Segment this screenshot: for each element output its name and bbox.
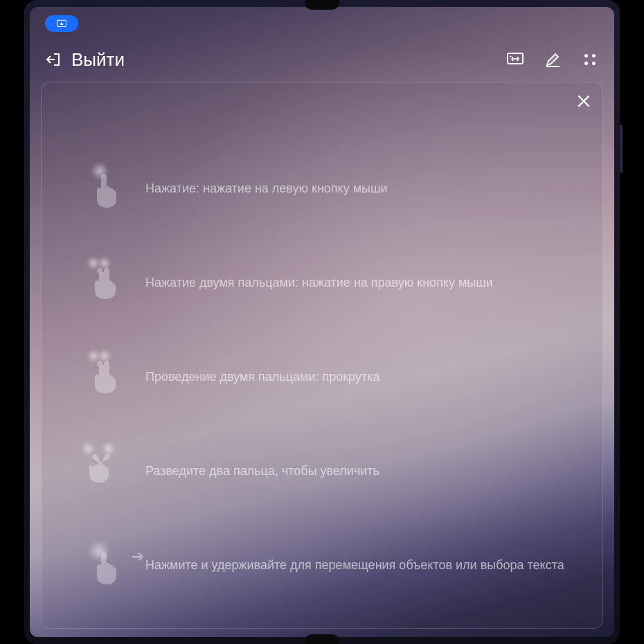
cast-icon — [56, 19, 67, 28]
exit-button[interactable]: Выйти — [45, 49, 125, 71]
device-side-button — [620, 125, 623, 173]
cast-status-pill[interactable] — [45, 15, 78, 32]
top-bar: Выйти — [30, 40, 614, 79]
device-hinge-bottom — [305, 634, 339, 644]
arrow-right-icon: ➔ — [132, 548, 144, 566]
close-button[interactable] — [576, 93, 591, 109]
gesture-two-swipe-icon — [82, 352, 126, 401]
gesture-tap-icon — [82, 164, 126, 213]
pencil-icon — [544, 51, 561, 68]
gesture-pinch-icon — [82, 447, 126, 495]
gesture-label: Нажатие двумя пальцами: нажатие на праву… — [145, 274, 493, 292]
gesture-row-pinch: Разведите два пальца, чтобы увеличить — [82, 447, 569, 495]
gesture-label: Разведите два пальца, чтобы увеличить — [145, 462, 379, 481]
svg-marker-1 — [60, 21, 63, 24]
edit-button[interactable] — [544, 51, 562, 69]
close-icon — [576, 93, 591, 109]
more-dots-icon — [584, 54, 596, 65]
gesture-help-card: Нажатие: нажатие на левую кнопку мыши На… — [41, 82, 603, 629]
top-actions — [506, 51, 599, 69]
gesture-row-tap: Нажатие: нажатие на левую кнопку мыши — [82, 164, 569, 213]
screen: Выйти — [30, 7, 614, 637]
gesture-row-two-tap: Нажатие двумя пальцами: нажатие на праву… — [82, 258, 569, 307]
gesture-label: Нажатие: нажатие на левую кнопку мыши — [145, 179, 388, 198]
gesture-label: Нажмите и удерживайте для перемещения об… — [145, 556, 564, 575]
gesture-hold-drag-icon: ➔ — [82, 541, 126, 589]
gesture-row-two-swipe: Проведение двумя пальцами: прокрутка — [82, 352, 569, 401]
device-frame: Выйти — [24, 0, 620, 644]
screenshot-icon — [506, 52, 524, 67]
svg-point-3 — [510, 55, 511, 57]
gesture-two-tap-icon — [82, 258, 126, 307]
more-button[interactable] — [581, 51, 599, 69]
gesture-label: Проведение двумя пальцами: прокрутка — [145, 368, 379, 386]
gesture-row-hold-drag: ➔ Нажмите и удерживайте для перемещения … — [82, 541, 569, 589]
exit-label: Выйти — [71, 49, 125, 71]
screenshot-button[interactable] — [506, 51, 524, 69]
gesture-list: Нажатие: нажатие на левую кнопку мыши На… — [54, 164, 590, 589]
exit-icon — [45, 51, 62, 68]
device-hinge-top — [305, 0, 339, 10]
